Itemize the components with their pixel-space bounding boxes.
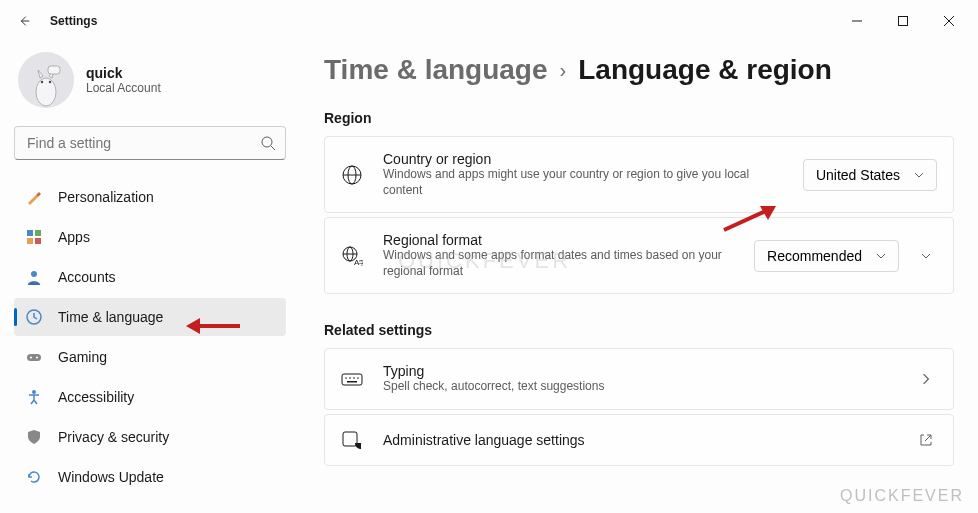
search-box [14,126,286,160]
sidebar-item-label: Personalization [58,189,154,205]
card-subtitle: Windows and apps might use your country … [383,167,783,198]
svg-text:字: 字 [359,259,363,266]
card-title: Country or region [383,151,783,167]
admin-language-icon [341,429,363,451]
svg-rect-29 [342,374,362,385]
close-button[interactable] [926,5,972,37]
svg-rect-14 [35,238,41,244]
card-admin-language[interactable]: Administrative language settings [324,414,954,466]
search-icon [260,135,276,151]
back-button[interactable] [6,3,42,39]
sidebar-item-privacy[interactable]: Privacy & security [14,418,286,456]
sidebar-item-accessibility[interactable]: Accessibility [14,378,286,416]
chevron-right-icon: › [560,59,567,82]
svg-point-30 [345,377,347,379]
external-button [915,429,937,451]
window-title: Settings [50,14,97,28]
card-subtitle: Spell check, autocorrect, text suggestio… [383,379,895,395]
sidebar-item-accounts[interactable]: Accounts [14,258,286,296]
time-language-icon [26,309,42,325]
sidebar-item-apps[interactable]: Apps [14,218,286,256]
main-panel: Time & language › Language & region Regi… [300,42,978,513]
section-title-region: Region [324,110,954,126]
sidebar-item-label: Time & language [58,309,163,325]
svg-point-32 [353,377,355,379]
apps-icon [26,229,42,245]
globe-icon [341,164,363,186]
sidebar: quick Local Account Personalization Apps… [0,42,300,513]
avatar [18,52,74,108]
privacy-icon [26,429,42,445]
profile-name: quick [86,65,161,81]
sidebar-item-personalization[interactable]: Personalization [14,178,286,216]
svg-point-20 [32,390,36,394]
keyboard-icon [341,368,363,390]
section-title-related: Related settings [324,322,954,338]
windows-update-icon [26,469,42,485]
card-regional-format: A字 Regional format Windows and some apps… [324,217,954,294]
svg-point-6 [41,81,43,83]
profile-block[interactable]: quick Local Account [14,42,286,126]
profile-subtitle: Local Account [86,81,161,95]
search-input[interactable] [14,126,286,160]
svg-rect-17 [27,354,41,361]
sidebar-item-label: Gaming [58,349,107,365]
card-title: Typing [383,363,895,379]
chevron-down-icon [876,251,886,261]
breadcrumb-parent[interactable]: Time & language [324,54,548,86]
svg-point-15 [31,271,37,277]
svg-point-5 [36,78,56,106]
card-title: Administrative language settings [383,432,895,448]
globe-text-icon: A字 [341,245,363,267]
svg-rect-13 [27,238,33,244]
sidebar-item-label: Apps [58,229,90,245]
svg-point-9 [262,137,272,147]
minimize-button[interactable] [834,5,880,37]
country-dropdown[interactable]: United States [803,159,937,191]
sidebar-item-windows-update[interactable]: Windows Update [14,458,286,496]
card-country-region: Country or region Windows and apps might… [324,136,954,213]
svg-point-18 [30,357,32,359]
svg-point-33 [357,377,359,379]
chevron-down-icon [914,170,924,180]
expand-button[interactable] [915,245,937,267]
svg-rect-34 [347,381,357,383]
external-link-icon [919,433,933,447]
dropdown-value: United States [816,167,900,183]
sidebar-item-gaming[interactable]: Gaming [14,338,286,376]
gaming-icon [26,349,42,365]
sidebar-item-label: Accounts [58,269,116,285]
svg-point-19 [36,357,38,359]
window-controls [834,5,972,37]
svg-rect-11 [27,230,33,236]
chevron-down-icon [921,251,931,261]
card-typing[interactable]: Typing Spell check, autocorrect, text su… [324,348,954,410]
dropdown-value: Recommended [767,248,862,264]
accessibility-icon [26,389,42,405]
nav-list: Personalization Apps Accounts Time & lan… [14,178,286,496]
svg-rect-1 [899,17,908,26]
svg-rect-35 [343,432,357,446]
svg-point-7 [49,81,51,83]
navigate-button [915,368,937,390]
svg-rect-12 [35,230,41,236]
sidebar-item-label: Privacy & security [58,429,169,445]
chevron-right-icon [920,373,932,385]
svg-line-10 [271,146,275,150]
format-dropdown[interactable]: Recommended [754,240,899,272]
sidebar-item-label: Windows Update [58,469,164,485]
svg-point-31 [349,377,351,379]
svg-rect-8 [48,66,60,74]
card-subtitle: Windows and some apps format dates and t… [383,248,734,279]
maximize-button[interactable] [880,5,926,37]
personalization-icon [26,189,42,205]
accounts-icon [26,269,42,285]
nav-active-indicator [14,308,17,326]
back-arrow-icon [17,14,31,28]
titlebar: Settings [0,0,978,42]
breadcrumb: Time & language › Language & region [324,54,954,86]
sidebar-item-time-language[interactable]: Time & language [14,298,286,336]
sidebar-item-label: Accessibility [58,389,134,405]
card-title: Regional format [383,232,734,248]
breadcrumb-current: Language & region [578,54,832,86]
